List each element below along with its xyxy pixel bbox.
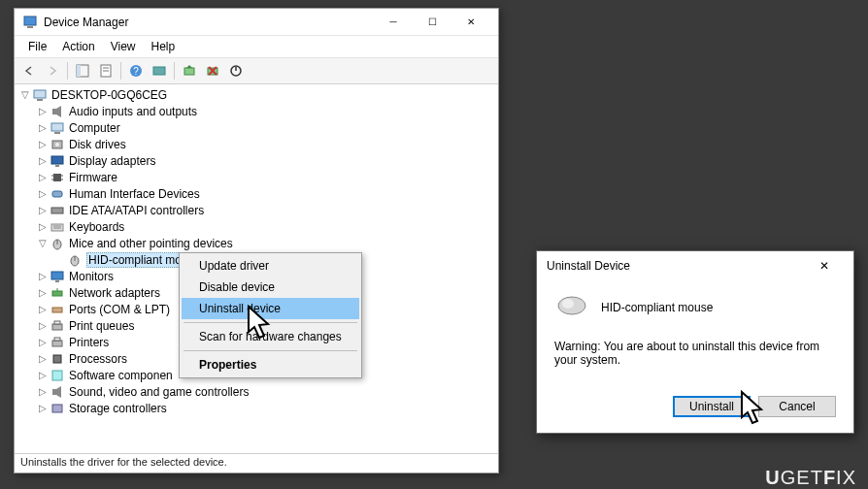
tree-item[interactable]: ▷Sound, video and game controllers xyxy=(15,383,498,400)
menu-uninstall-device[interactable]: Uninstall device xyxy=(182,298,359,319)
tree-item[interactable]: ▷IDE ATA/ATAPI controllers xyxy=(15,202,498,218)
display-icon xyxy=(50,154,65,168)
tree-item-label: Printers xyxy=(69,336,109,349)
tree-item[interactable]: ▷Firmware xyxy=(15,169,498,185)
properties-button[interactable] xyxy=(95,60,117,82)
tree-item-label: Storage controllers xyxy=(69,402,167,415)
tree-item[interactable]: ▷Disk drives xyxy=(15,136,498,152)
svg-rect-15 xyxy=(34,90,46,98)
svg-rect-30 xyxy=(51,208,63,213)
tree-item[interactable]: ▷Audio inputs and outputs xyxy=(15,103,498,119)
menu-view[interactable]: View xyxy=(103,38,144,55)
expander-icon[interactable]: ▷ xyxy=(36,353,50,364)
menu-help[interactable]: Help xyxy=(144,38,184,55)
menu-file[interactable]: File xyxy=(20,38,54,55)
tree-root-label: DESKTOP-0GQ6CEG xyxy=(51,88,167,102)
computer-icon xyxy=(32,88,48,102)
expander-icon[interactable]: ▷ xyxy=(36,287,50,298)
expander-icon[interactable]: ▷ xyxy=(36,370,50,380)
context-menu: Update driver Disable device Uninstall d… xyxy=(179,252,362,378)
svg-rect-22 xyxy=(51,156,63,164)
tree-item[interactable]: ▷Keyboards xyxy=(15,218,498,235)
menu-update-driver[interactable]: Update driver xyxy=(182,255,359,277)
tree-root[interactable]: ▽ DESKTOP-0GQ6CEG xyxy=(15,86,498,103)
back-button[interactable] xyxy=(18,60,40,82)
svg-point-21 xyxy=(55,143,59,147)
menu-action[interactable]: Action xyxy=(54,38,102,55)
expander-icon[interactable]: ▷ xyxy=(36,122,50,133)
expander-icon[interactable]: ▷ xyxy=(36,155,50,166)
expander-icon[interactable]: ▽ xyxy=(18,89,32,100)
forward-button[interactable] xyxy=(42,60,63,82)
expander-icon[interactable]: ▷ xyxy=(36,271,50,281)
svg-rect-10 xyxy=(184,68,194,75)
app-icon xyxy=(22,15,38,30)
svg-rect-48 xyxy=(52,371,62,380)
disable-button[interactable] xyxy=(225,60,247,82)
cpu-icon xyxy=(50,352,65,366)
svg-rect-45 xyxy=(52,341,62,346)
tree-item[interactable]: ▷Computer xyxy=(15,119,498,136)
port-icon xyxy=(50,303,65,316)
expander-icon[interactable]: ▷ xyxy=(36,304,50,314)
menubar: File Action View Help xyxy=(15,36,498,58)
svg-rect-1 xyxy=(27,26,33,28)
svg-rect-0 xyxy=(24,16,36,25)
close-button[interactable]: ✕ xyxy=(451,10,490,35)
expander-icon[interactable]: ▷ xyxy=(36,172,50,182)
status-text: Uninstalls the driver for the selected d… xyxy=(20,456,227,468)
menu-properties[interactable]: Properties xyxy=(182,354,359,375)
expander-icon[interactable]: ▷ xyxy=(36,221,50,232)
svg-rect-39 xyxy=(55,280,59,282)
menu-disable-device[interactable]: Disable device xyxy=(182,277,359,298)
minimize-button[interactable]: ─ xyxy=(374,10,413,35)
expander-icon[interactable]: ▷ xyxy=(36,188,50,199)
scan-button[interactable] xyxy=(149,60,170,82)
titlebar[interactable]: Device Manager ─ ☐ ✕ xyxy=(15,9,498,36)
expander-icon[interactable]: ▷ xyxy=(36,320,50,331)
toolbar: ? xyxy=(15,58,498,84)
sound-icon xyxy=(50,385,65,399)
uninstall-confirm-button[interactable]: Uninstall xyxy=(673,396,751,417)
tree-item-label: Human Interface Devices xyxy=(69,187,200,201)
computer-icon xyxy=(50,121,65,135)
svg-rect-47 xyxy=(53,355,61,363)
dialog-close-button[interactable]: ✕ xyxy=(805,252,844,279)
disk-icon xyxy=(50,138,65,151)
expander-icon[interactable]: ▷ xyxy=(36,106,50,116)
statusbar: Uninstalls the driver for the selected d… xyxy=(15,453,498,473)
tree-item-label: Print queues xyxy=(69,319,134,333)
mouse-icon xyxy=(67,253,83,267)
tree-item[interactable]: ▷Human Interface Devices xyxy=(15,185,498,202)
monitor-icon xyxy=(50,270,65,283)
expander-icon[interactable]: ▷ xyxy=(36,386,50,397)
dialog-titlebar[interactable]: Uninstall Device ✕ xyxy=(537,251,853,280)
cancel-button[interactable]: Cancel xyxy=(758,396,836,417)
expander-icon[interactable]: ▽ xyxy=(36,238,50,248)
svg-rect-24 xyxy=(53,174,61,181)
help-button[interactable]: ? xyxy=(125,60,147,82)
expander-icon[interactable]: ▷ xyxy=(36,403,50,413)
expander-icon[interactable]: ▷ xyxy=(36,337,50,347)
chip-icon xyxy=(50,171,65,184)
dialog-device-row: HID-compliant mouse xyxy=(554,292,836,322)
window-title: Device Manager xyxy=(44,16,374,29)
update-driver-button[interactable] xyxy=(179,60,200,82)
uninstall-button[interactable] xyxy=(202,60,223,82)
svg-text:?: ? xyxy=(133,66,139,77)
expander-icon[interactable]: ▷ xyxy=(36,205,50,215)
show-hide-tree-button[interactable] xyxy=(72,60,93,82)
svg-rect-17 xyxy=(52,109,56,114)
maximize-button[interactable]: ☐ xyxy=(413,10,451,35)
menu-scan-hardware[interactable]: Scan for hardware changes xyxy=(182,326,359,347)
expander-icon[interactable]: ▷ xyxy=(36,139,50,149)
device-manager-window: Device Manager ─ ☐ ✕ File Action View He… xyxy=(14,8,499,473)
svg-rect-44 xyxy=(54,321,60,324)
menu-separator xyxy=(184,322,357,323)
tree-item-label: Sound, video and game controllers xyxy=(69,385,249,399)
tree-item[interactable]: ▷Display adapters xyxy=(15,152,498,169)
printer-icon xyxy=(50,336,65,349)
tree-item[interactable]: ▽Mice and other pointing devices xyxy=(15,235,498,251)
svg-rect-42 xyxy=(52,308,62,312)
tree-item[interactable]: ▷Storage controllers xyxy=(15,400,498,416)
